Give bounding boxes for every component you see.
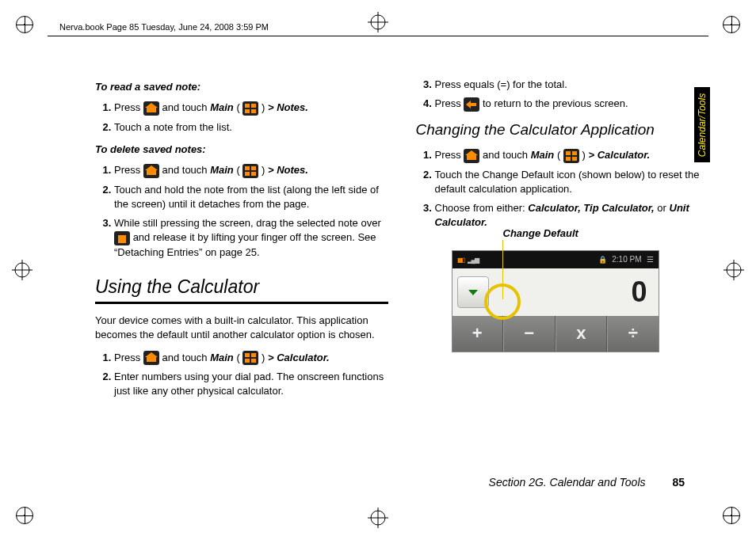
text: Press xyxy=(114,352,143,363)
list-item: Press and touch Main ( ) > Notes. xyxy=(114,163,388,178)
home-icon xyxy=(143,351,159,365)
list-item: Touch the Change Default icon (shown bel… xyxy=(435,168,709,196)
text: Calculator. xyxy=(277,352,329,363)
main-grid-icon xyxy=(242,164,258,178)
delete-note-heading: To delete saved notes: xyxy=(95,143,388,157)
text: > xyxy=(588,149,597,161)
text: ( xyxy=(236,101,242,113)
right-column: Press equals (=) for the total. Press to… xyxy=(416,78,709,477)
lock-icon xyxy=(598,254,607,265)
home-icon xyxy=(143,164,159,178)
text: While still pressing the screen, drag th… xyxy=(114,217,381,229)
text: Calculator, Tip Calculator, xyxy=(528,202,654,214)
text: and touch xyxy=(162,101,210,113)
change-calc-steps: Press and touch Main ( ) > Calculator. T… xyxy=(416,148,709,230)
text: to return to the previous screen. xyxy=(483,97,628,109)
page-content: To read a saved note: Press and touch Ma… xyxy=(95,78,708,477)
text: and release it by lifting your finger of… xyxy=(114,231,376,258)
text: Main xyxy=(531,149,555,161)
text: Main xyxy=(210,164,234,176)
main-grid-icon xyxy=(242,351,258,365)
list-item: Touch a note from the list. xyxy=(114,120,388,135)
read-note-steps: Press and touch Main ( ) > Notes. Touch … xyxy=(95,101,388,135)
text: Press xyxy=(114,164,143,176)
device-frame: 2:10 PM ☰ 0 + − x ÷ xyxy=(452,250,659,352)
calculator-steps: Press and touch Main ( ) > Calculator. E… xyxy=(95,351,388,399)
list-item: Press and touch Main ( ) > Calculator. xyxy=(435,148,709,163)
home-icon xyxy=(464,149,479,163)
crop-mark xyxy=(724,260,744,280)
trash-icon xyxy=(114,231,130,245)
text: ) xyxy=(262,352,268,363)
list-item: Press and touch Main ( ) > Calculator. xyxy=(114,351,388,366)
section-heading: Using the Calculator xyxy=(95,274,388,299)
crop-mark xyxy=(368,12,388,32)
text: Press xyxy=(114,101,143,113)
clock: 2:10 PM xyxy=(612,254,641,265)
menu-icon: ☰ xyxy=(647,254,654,265)
list-item: While still pressing the screen, drag th… xyxy=(114,216,388,260)
text: Notes. xyxy=(277,101,308,113)
divide-button[interactable]: ÷ xyxy=(607,316,659,352)
text: and touch xyxy=(162,164,210,176)
text: ( xyxy=(236,164,242,176)
text: Calculator. xyxy=(598,149,650,161)
page-number: 85 xyxy=(672,476,685,489)
callout-label: Change Default xyxy=(503,226,578,241)
list-item: Touch and hold the note from the list (a… xyxy=(114,183,388,211)
main-grid-icon xyxy=(242,101,258,116)
text: and touch xyxy=(483,149,531,161)
minus-button[interactable]: − xyxy=(503,316,556,352)
subsection-heading: Changing the Calculator Application xyxy=(416,120,709,141)
section-label: Section 2G. Calendar and Tools xyxy=(489,476,646,489)
text: and touch xyxy=(162,352,210,363)
list-item: Press and touch Main ( ) > Notes. xyxy=(114,101,388,116)
text: > xyxy=(268,101,277,113)
text: ( xyxy=(236,352,242,363)
calculator-display: 0 xyxy=(452,268,659,316)
running-header: Nerva.book Page 85 Tuesday, June 24, 200… xyxy=(59,22,269,32)
back-icon xyxy=(464,97,479,112)
plus-button[interactable]: + xyxy=(452,316,504,352)
crop-mark xyxy=(12,260,32,280)
registration-mark xyxy=(723,16,740,33)
section-rule xyxy=(95,302,388,304)
list-item: Enter numbers using your dial pad. The o… xyxy=(114,370,388,398)
multiply-button[interactable]: x xyxy=(556,316,608,352)
registration-mark xyxy=(16,16,33,33)
list-item: Press to return to the previous screen. xyxy=(435,97,709,112)
page-footer: Section 2G. Calendar and Tools 85 xyxy=(489,476,685,489)
text: ) xyxy=(262,164,268,176)
header-rule xyxy=(48,36,708,37)
callout-highlight xyxy=(484,283,521,320)
main-grid-icon xyxy=(563,149,579,163)
status-bar: 2:10 PM ☰ xyxy=(452,251,659,268)
text: ( xyxy=(557,149,563,161)
text: > xyxy=(268,352,277,363)
crop-mark xyxy=(368,508,388,528)
registration-mark xyxy=(723,507,740,524)
text: Press xyxy=(435,97,464,109)
intro-paragraph: Your device comes with a built-in calcul… xyxy=(95,314,388,342)
home-icon xyxy=(143,101,159,116)
text: > xyxy=(268,164,277,176)
text: or xyxy=(657,202,669,214)
text: Main xyxy=(210,101,234,113)
text: Choose from either: xyxy=(435,202,529,214)
operator-row: + − x ÷ xyxy=(452,316,659,352)
device-screenshot: Change Default 2:10 PM ☰ xyxy=(452,250,659,352)
left-column: To read a saved note: Press and touch Ma… xyxy=(95,78,388,477)
registration-mark xyxy=(16,507,33,524)
signal-icon xyxy=(468,254,479,265)
read-note-heading: To read a saved note: xyxy=(95,80,388,94)
text: ) xyxy=(262,101,268,113)
calculator-steps-cont: Press equals (=) for the total. Press to… xyxy=(416,78,709,112)
delete-note-steps: Press and touch Main ( ) > Notes. Touch … xyxy=(95,163,388,260)
text: Press xyxy=(435,149,464,161)
list-item: Press equals (=) for the total. xyxy=(435,78,709,92)
text: Main xyxy=(210,352,234,363)
text: Notes. xyxy=(277,164,308,176)
battery-icon xyxy=(457,254,464,265)
